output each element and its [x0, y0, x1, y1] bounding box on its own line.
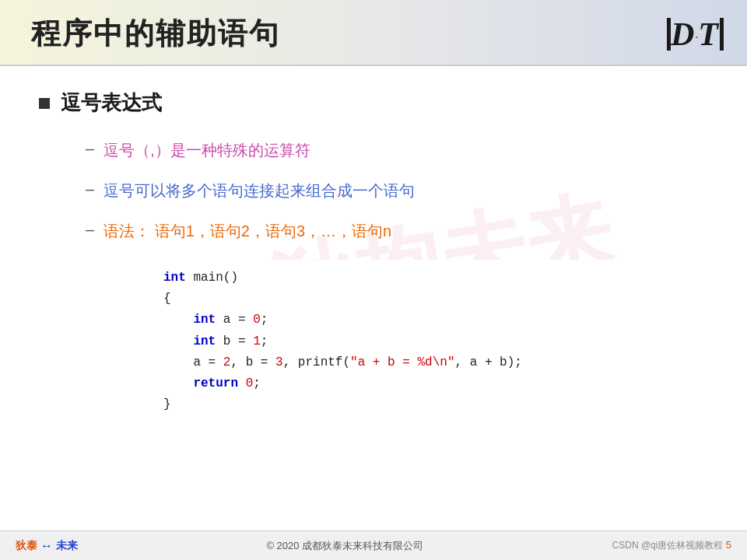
code-text: main() — [186, 271, 238, 285]
code-text: , printf( — [283, 355, 350, 369]
number-literal: 0 — [246, 376, 254, 390]
code-line: { — [163, 289, 708, 310]
dash-2: – — [86, 180, 94, 198]
number-literal: 1 — [253, 334, 261, 348]
code-text: { — [163, 292, 171, 306]
code-text: ; — [253, 376, 261, 390]
code-text: } — [163, 397, 171, 411]
code-text: , a + b); — [454, 355, 521, 369]
arrow-icon: ↔ — [40, 539, 53, 553]
footer: 狄泰 ↔ 未来 © 2020 成都狄泰未来科技有限公司 CSDN @qi唐佐林视… — [0, 530, 747, 560]
keyword: int — [163, 271, 186, 285]
logo-t: T — [698, 16, 718, 53]
code-text — [238, 376, 246, 390]
code-text — [163, 376, 193, 390]
code-text: ; — [261, 334, 268, 348]
string-literal: "a + b = %d\n" — [350, 355, 454, 369]
main-bullet: 逗号表达式 — [39, 89, 708, 117]
sub-text-3: 语法： 语句1，语句2，语句3，…，语句n — [103, 219, 391, 243]
header: 程序中的辅助语句 D . T — [0, 0, 747, 66]
page-title: 程序中的辅助语句 — [31, 14, 280, 54]
sub-text-1: 逗号（,）是一种特殊的运算符 — [103, 138, 310, 162]
footer-brand: 狄泰 ↔ 未来 — [16, 539, 78, 553]
footer-right-info: CSDN @qi唐佐林视频教程 5 — [612, 539, 731, 552]
main-bullet-text: 逗号表达式 — [61, 89, 162, 117]
code-line: int main() — [163, 268, 708, 289]
logo-d: D — [671, 16, 694, 53]
dash-1: – — [86, 140, 94, 158]
main-content: 狄抱未来 逗号表达式 – 逗号（,）是一种特殊的运算符 – 逗号可以将多个语句连… — [0, 66, 747, 431]
keyword: return — [193, 376, 238, 390]
code-text: a = — [216, 313, 253, 327]
number-literal: 3 — [275, 355, 283, 369]
sub-item-3: – 语法： 语句1，语句2，语句3，…，语句n — [86, 219, 708, 243]
code-block: int main(){ int a = 0; int b = 1; a = 2,… — [39, 260, 708, 423]
brand-orange: 狄泰 — [16, 539, 37, 553]
code-line: int b = 1; — [163, 331, 708, 352]
keyword: int — [193, 313, 216, 327]
sub-items: – 逗号（,）是一种特殊的运算符 – 逗号可以将多个语句连接起来组合成一个语句 … — [39, 138, 708, 243]
brand-blue: 未来 — [56, 539, 78, 553]
code-text — [163, 313, 193, 327]
code-line: } — [163, 394, 708, 415]
code-text: , b = — [230, 355, 275, 369]
sub-text-2: 逗号可以将多个语句连接起来组合成一个语句 — [103, 179, 415, 202]
code-line: a = 2, b = 3, printf("a + b = %d\n", a +… — [163, 352, 708, 373]
bullet-section: 逗号表达式 – 逗号（,）是一种特殊的运算符 – 逗号可以将多个语句连接起来组合… — [39, 89, 708, 423]
code-text: b = — [216, 334, 253, 348]
bullet-square-icon — [39, 98, 50, 109]
page-number: 5 — [726, 539, 731, 551]
logo-bar2 — [720, 18, 724, 51]
sub-item-1: – 逗号（,）是一种特殊的运算符 — [86, 138, 708, 162]
logo: D . T — [665, 16, 724, 53]
code-line: int a = 0; — [163, 310, 708, 331]
code-line: return 0; — [163, 373, 708, 394]
keyword: int — [193, 334, 216, 348]
code-text: a = — [163, 355, 223, 369]
number-literal: 2 — [223, 355, 231, 369]
sub-item-2: – 逗号可以将多个语句连接起来组合成一个语句 — [86, 179, 708, 202]
code-text — [163, 334, 193, 348]
number-literal: 0 — [253, 313, 261, 327]
code-text: ; — [261, 313, 268, 327]
dash-3: – — [86, 221, 94, 239]
footer-copyright: © 2020 成都狄泰未来科技有限公司 — [266, 539, 423, 553]
